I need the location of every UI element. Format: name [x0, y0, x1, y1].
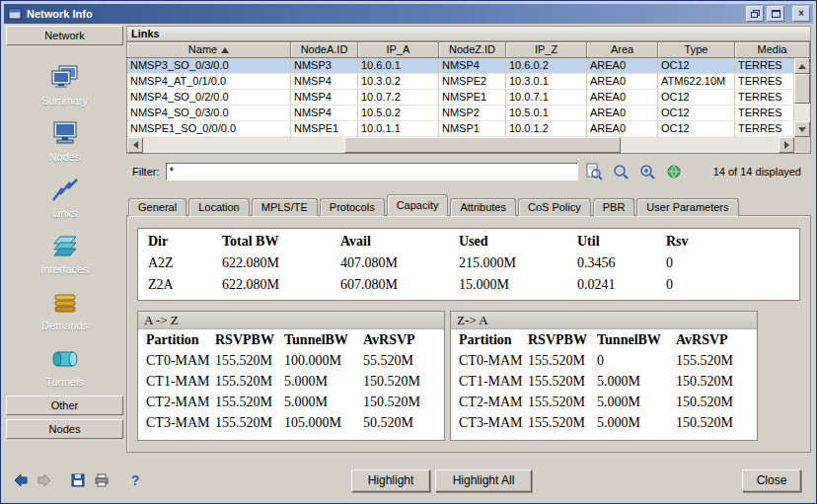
tab-cos-policy[interactable]: CoS Policy [518, 198, 591, 216]
main-panel: Links Name NodeA.ID IP_A NodeZ.ID IP_Z A… [126, 26, 811, 453]
detach-window-icon[interactable] [746, 6, 764, 22]
table-row[interactable]: NMSP4_SO_0/3/0.0 NMSP4 10.5.0.2 NMSP2 10… [127, 106, 794, 121]
column-header-nodez-id[interactable]: NodeZ.ID [439, 42, 506, 58]
sidebar-item-links[interactable]: Links [4, 172, 125, 228]
col-avail: Avail [340, 231, 459, 252]
scrollbar-corner [794, 137, 810, 153]
tab-user-parameters[interactable]: User Parameters [636, 198, 738, 216]
cell-nodez: NMSPE1 [439, 90, 506, 106]
cell-area: AREA0 [587, 106, 658, 121]
nodes-group-button[interactable]: Nodes [6, 419, 123, 439]
close-button[interactable]: Close [742, 469, 801, 492]
sidebar-item-label: Summary [4, 95, 125, 107]
sidebar-item-label: Interfaces [4, 263, 125, 275]
close-window-icon[interactable]: × [792, 6, 810, 22]
sidebar-item-demands[interactable]: Demands [4, 284, 125, 340]
sidebar-item-nodes[interactable]: Nodes [4, 115, 125, 172]
sidebar-item-tunnels[interactable]: Tunnels [4, 340, 125, 396]
partition-row: CT1-MAM 155.520M 5.000M 150.520M [451, 371, 757, 392]
scroll-down-icon[interactable] [794, 121, 810, 137]
print-icon[interactable] [93, 471, 111, 489]
cell-media: TERRES [735, 106, 794, 121]
cell-type: ATM622.10M [658, 74, 735, 90]
tab-pbr[interactable]: PBR [593, 198, 635, 216]
footer-toolbar: ? [12, 471, 144, 489]
partition-header: Partition RSVPBW TunnelBW AvRSVP [138, 329, 444, 350]
column-header-nodea-id[interactable]: NodeA.ID [291, 42, 358, 58]
back-icon[interactable] [12, 471, 30, 489]
sidebar-item-label: Tunnels [4, 376, 125, 388]
tab-capacity[interactable]: Capacity [387, 194, 449, 216]
scroll-left-icon[interactable] [127, 137, 143, 153]
cell-media: TERRES [735, 90, 794, 106]
vertical-scrollbar[interactable] [794, 58, 810, 137]
column-header-area[interactable]: Area [587, 42, 658, 58]
tab-general[interactable]: General [128, 198, 186, 216]
cell-nodea: NMSP4 [291, 74, 358, 90]
horizontal-scroll-thumb[interactable] [344, 137, 621, 153]
a-to-z-partition-table: A -> Z Partition RSVPBW TunnelBW AvRSVP … [137, 311, 445, 441]
cell-type: OC12 [658, 58, 735, 74]
column-header-type[interactable]: Type [658, 42, 735, 58]
interfaces-icon [4, 228, 125, 261]
column-header-ip-z[interactable]: IP_Z [506, 42, 587, 58]
sidebar-nav: Summary Nodes Links Interfaces [4, 59, 125, 396]
cell-ipz: 10.5.0.1 [506, 106, 587, 121]
partition-row: CT2-MAM 155.520M 5.000M 150.520M [451, 392, 757, 412]
vertical-scroll-thumb[interactable] [794, 74, 810, 104]
network-group-button[interactable]: Network [6, 26, 123, 45]
table-row[interactable]: NMSP4_SO_0/2/0.0 NMSP4 10.0.7.2 NMSPE1 1… [127, 90, 794, 106]
column-header-ip-a[interactable]: IP_A [358, 42, 439, 58]
forward-icon[interactable] [36, 471, 53, 489]
cell-nodez: NMSP4 [439, 58, 506, 74]
partition-row: CT2-MAM 155.520M 5.000M 150.520M [138, 392, 444, 412]
tab-location[interactable]: Location [188, 198, 250, 216]
cell-ipz: 10.0.7.1 [506, 90, 587, 106]
links-table-header: Name NodeA.ID IP_A NodeZ.ID IP_Z Area Ty… [127, 42, 810, 58]
table-row[interactable]: NMSPE1_SO_0/0/0.0 NMSPE1 10.0.1.1 NMSP1 … [127, 121, 794, 137]
cell-nodez: NMSP1 [439, 121, 506, 137]
title-bar[interactable]: Network Info × [4, 4, 813, 24]
capacity-tab-panel: Dir Total BW Avail Used Util Rsv A2Z 622… [126, 215, 811, 453]
sidebar-item-summary[interactable]: Summary [4, 59, 125, 115]
maximize-window-icon[interactable] [767, 6, 784, 22]
zoom-in-icon[interactable] [636, 162, 658, 181]
cell-area: AREA0 [587, 121, 658, 137]
sidebar-item-label: Links [4, 207, 125, 219]
highlight-all-button[interactable]: Highlight All [435, 469, 532, 492]
col-used: Used [459, 231, 577, 252]
table-row-selected[interactable]: NMSP3_SO_0/3/0.0 NMSP3 10.6.0.1 NMSP4 10… [127, 58, 794, 74]
links-table-rows: NMSP3_SO_0/3/0.0 NMSP3 10.6.0.1 NMSP4 10… [127, 58, 794, 137]
tunnels-icon [4, 340, 125, 374]
sidebar-item-interfaces[interactable]: Interfaces [4, 228, 125, 284]
col-dir: Dir [148, 231, 222, 252]
cell-ipz: 10.0.1.2 [506, 121, 587, 137]
table-row[interactable]: NMSP4_AT_0/1/0.0 NMSP4 10.3.0.2 NMSPE2 1… [127, 74, 794, 90]
partition-row: CT1-MAM 155.520M 5.000M 150.520M [138, 371, 444, 392]
cell-type: OC12 [658, 106, 735, 121]
z-to-a-title: Z-> A [451, 312, 757, 329]
cell-nodea: NMSP4 [291, 106, 358, 121]
cell-media: TERRES [735, 121, 794, 137]
tab-attributes[interactable]: Attributes [450, 198, 515, 216]
highlight-button[interactable]: Highlight [351, 469, 430, 492]
scroll-up-icon[interactable] [794, 58, 810, 74]
column-header-name[interactable]: Name [127, 42, 291, 58]
filter-input[interactable] [166, 163, 578, 180]
horizontal-scrollbar[interactable] [127, 137, 794, 153]
cell-ipa: 10.6.0.1 [358, 58, 439, 74]
refresh-globe-icon[interactable] [663, 162, 685, 181]
tab-protocols[interactable]: Protocols [320, 198, 385, 216]
save-icon[interactable] [69, 471, 87, 489]
links-icon [4, 172, 125, 205]
help-icon[interactable]: ? [126, 471, 144, 489]
filter-bar: Filter: 14 of 14 displayed [126, 158, 811, 185]
search-icon[interactable] [610, 162, 631, 181]
scroll-right-icon[interactable] [779, 137, 794, 153]
other-group-button[interactable]: Other [6, 396, 123, 415]
cell-area: AREA0 [587, 90, 658, 106]
cell-name: NMSP4_SO_0/2/0.0 [127, 90, 291, 106]
column-header-media[interactable]: Media [735, 42, 810, 58]
tab-mpls-te[interactable]: MPLS/TE [252, 198, 318, 216]
advanced-search-icon[interactable] [583, 162, 605, 181]
